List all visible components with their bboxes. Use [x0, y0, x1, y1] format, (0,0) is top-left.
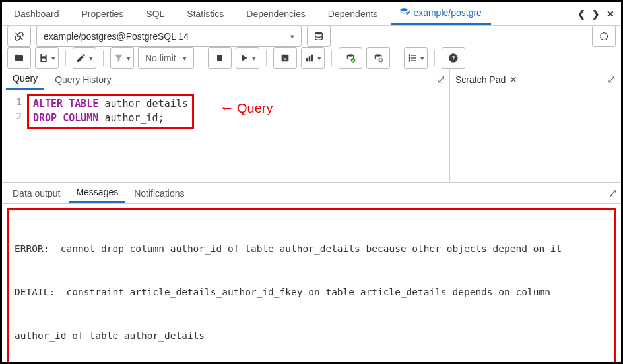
query-toolbar: ▾ ▾ ▾ No limit ▾ ▾ E ▾ ▾ ?	[2, 47, 621, 69]
save-icon	[38, 53, 49, 63]
sql-identifier: author_id;	[104, 112, 164, 124]
tabs-next-icon[interactable]: ❯	[592, 9, 600, 19]
svg-point-3	[601, 33, 608, 40]
sql-keyword: COLUMN	[63, 112, 98, 124]
edit-button[interactable]: ▾	[73, 47, 96, 69]
sql-keyword: ALTER	[33, 98, 63, 109]
list-icon	[407, 53, 418, 63]
chevron-down-icon: ▾	[290, 32, 294, 41]
tab-messages[interactable]: Messages	[69, 183, 125, 203]
explain-icon: E	[280, 53, 290, 63]
explain-button[interactable]: E	[273, 47, 297, 69]
tab-properties[interactable]: Properties	[73, 3, 133, 24]
sql-identifier: author_details	[104, 98, 187, 109]
explain-analyze-button[interactable]: ▾	[301, 47, 325, 69]
query-annotation: Query	[220, 100, 273, 117]
help-button[interactable]: ?	[442, 47, 465, 69]
scratch-pad[interactable]	[449, 90, 621, 182]
chevron-down-icon: ▾	[89, 54, 93, 63]
gutter-line: 2	[6, 109, 22, 123]
expand-output-icon[interactable]: ⤢	[608, 187, 617, 199]
svg-point-14	[375, 54, 381, 56]
svg-point-21	[409, 60, 410, 61]
expand-editor-icon[interactable]: ⤢	[437, 73, 445, 86]
tab-data-output[interactable]: Data output	[6, 184, 67, 202]
message-line: author_id of table author_details	[15, 328, 608, 343]
scratch-pad-title: Scratch Pad	[455, 75, 506, 85]
stop-button[interactable]	[208, 47, 232, 69]
database-edit-icon	[400, 7, 410, 18]
line-gutter: 1 2	[6, 94, 27, 178]
svg-point-0	[401, 8, 407, 11]
tabs-prev-icon[interactable]: ❮	[577, 9, 585, 19]
svg-rect-9	[306, 58, 308, 61]
help-icon: ?	[448, 53, 459, 63]
editor-tabs: Query Query History ⤢	[2, 69, 449, 90]
unlink-icon	[14, 31, 24, 42]
editor-area: 1 2 ALTER TABLE author_details DROP COLU…	[2, 90, 621, 183]
sql-editor[interactable]: 1 2 ALTER TABLE author_details DROP COLU…	[2, 90, 449, 182]
folder-icon	[14, 53, 24, 63]
tab-dependents[interactable]: Dependents	[319, 3, 387, 24]
filter-button[interactable]: ▾	[110, 47, 134, 69]
connection-select[interactable]: example/postgres@PostgreSQL 14 ▾	[36, 26, 302, 47]
save-file-button[interactable]: ▾	[35, 47, 59, 69]
chevron-down-icon: ▾	[317, 54, 321, 63]
macros-button[interactable]: ▾	[404, 47, 428, 69]
commit-button[interactable]	[339, 47, 362, 69]
svg-point-19	[409, 55, 410, 56]
database-icon	[313, 31, 324, 42]
stop-icon	[214, 53, 225, 63]
open-file-button[interactable]	[7, 47, 31, 69]
messages-output: ERROR: cannot drop column author_id of t…	[7, 208, 616, 364]
connection-status-button[interactable]	[7, 26, 31, 47]
connection-label: example/postgres@PostgreSQL 14	[44, 31, 189, 42]
tab-dashboard[interactable]: Dashboard	[5, 3, 69, 24]
svg-rect-6	[217, 55, 222, 61]
tab-query-tool-label: example/postgre	[413, 7, 482, 18]
tab-query[interactable]: Query	[6, 69, 44, 90]
reset-icon	[599, 31, 609, 42]
play-icon	[239, 53, 249, 63]
filter-icon	[114, 53, 124, 63]
rollback-button[interactable]	[366, 47, 390, 69]
rollback-icon	[373, 53, 383, 63]
svg-point-2	[315, 32, 323, 34]
bar-chart-icon	[304, 53, 315, 63]
tab-sql[interactable]: SQL	[137, 3, 174, 24]
main-tabs: Dashboard Properties SQL Statistics Depe…	[2, 2, 621, 26]
svg-rect-11	[311, 55, 313, 62]
chevron-down-icon: ▾	[183, 54, 187, 63]
tab-query-tool[interactable]: example/postgre	[391, 2, 491, 25]
sql-keyword: TABLE	[69, 98, 98, 109]
svg-rect-5	[42, 59, 45, 61]
new-connection-button[interactable]	[307, 26, 331, 47]
message-line: ERROR: cannot drop column author_id of t…	[15, 241, 608, 256]
code-area: ALTER TABLE author_details DROP COLUMN a…	[27, 94, 194, 178]
query-annotation-label: Query	[237, 101, 273, 116]
pencil-icon	[76, 53, 86, 63]
tab-dependencies[interactable]: Dependencies	[237, 3, 315, 24]
output-panel: ERROR: cannot drop column author_id of t…	[2, 204, 621, 364]
svg-rect-10	[308, 56, 310, 61]
svg-point-12	[347, 54, 353, 56]
tab-notifications[interactable]: Notifications	[127, 184, 191, 202]
svg-point-20	[409, 57, 410, 59]
tab-nav: ❮ ❯ ✕	[577, 9, 621, 19]
expand-scratch-pad-icon[interactable]: ⤢	[607, 73, 616, 86]
connection-row: example/postgres@PostgreSQL 14 ▾	[2, 26, 621, 47]
execute-button[interactable]: ▾	[236, 47, 259, 69]
tab-statistics[interactable]: Statistics	[178, 3, 233, 24]
tabs-close-icon[interactable]: ✕	[607, 9, 614, 19]
svg-rect-4	[42, 54, 45, 56]
row-limit-label: No limit	[145, 53, 176, 63]
row-limit-select[interactable]: No limit ▾	[138, 47, 194, 69]
output-tabs: Data output Messages Notifications ⤢	[2, 183, 621, 204]
close-scratch-pad-icon[interactable]: ✕	[509, 75, 517, 85]
gutter-line: 1	[6, 94, 22, 109]
commit-icon	[345, 53, 356, 63]
tab-query-history[interactable]: Query History	[48, 71, 118, 89]
reset-layout-button[interactable]	[592, 26, 616, 47]
chevron-down-icon: ▾	[420, 54, 424, 63]
message-line: DETAIL: constraint article_details_autho…	[15, 285, 608, 299]
